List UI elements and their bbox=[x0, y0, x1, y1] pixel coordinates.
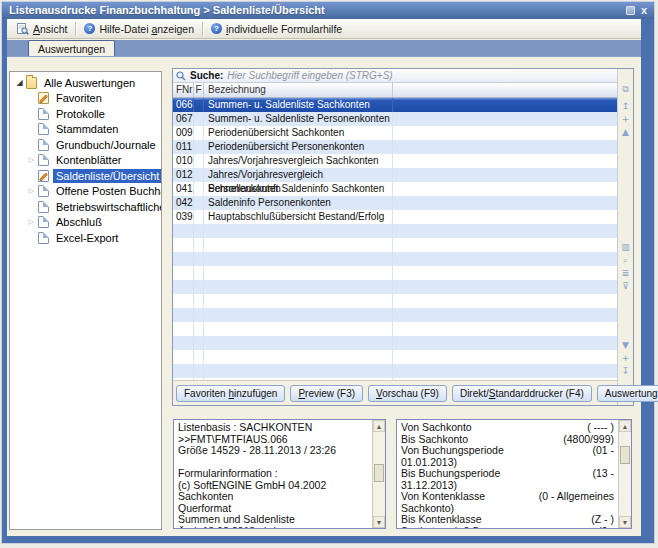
scrollbar-thumb[interactable] bbox=[374, 464, 384, 482]
move-down-icon[interactable]: + bbox=[618, 352, 633, 365]
move-up-icon[interactable]: + bbox=[618, 113, 633, 126]
table-row[interactable]: 011 Periodenübersicht Personenkonten bbox=[173, 140, 619, 154]
tree-item-offene-posten-buchhaltung[interactable]: ▷ Offene Posten Buchhaltung bbox=[10, 184, 161, 200]
table-row-empty[interactable] bbox=[173, 294, 619, 308]
gutter-bottom-group: ▼+↧ bbox=[618, 339, 633, 378]
table-row[interactable]: 010 Jahres/Vorjahresvergleich Sachkonten bbox=[173, 154, 619, 168]
folder-icon bbox=[26, 77, 37, 89]
table-row[interactable]: 041 Schnellauskunft Saldeninfo Sachkonte… bbox=[173, 182, 619, 196]
scroll-top-icon[interactable]: ↥ bbox=[618, 100, 633, 113]
layout-icon[interactable]: ⧉ bbox=[618, 83, 633, 96]
tree-item-kontenbl-tter[interactable]: ▷ Kontenblätter bbox=[10, 153, 161, 169]
table-row[interactable]: 042 Saldeninfo Personenkonten bbox=[173, 196, 619, 210]
filter-icon[interactable]: ⊽ bbox=[618, 280, 633, 293]
list-icon[interactable]: ≣ bbox=[618, 267, 633, 280]
column-header-fnr[interactable]: FNr bbox=[173, 83, 194, 97]
table-row-empty[interactable] bbox=[173, 280, 619, 294]
tree-item-saldenliste-bersicht[interactable]: Saldenliste/Übersicht bbox=[10, 168, 161, 184]
tree-item-stammdaten[interactable]: Stammdaten bbox=[10, 122, 161, 138]
info-scrollbar[interactable]: ▲ ▼ bbox=[372, 420, 385, 528]
tree-item-betriebswirtschaftliche-auswertungen[interactable]: Betriebswirtschaftliche Auswertungen bbox=[10, 199, 161, 215]
add-favorites-button[interactable]: Favoriten hinzufügen bbox=[176, 385, 285, 402]
cell-fnr: 039 bbox=[173, 210, 194, 224]
tree-item-grundbuch-journale[interactable]: Grundbuch/Journale bbox=[10, 137, 161, 153]
table-row-empty[interactable] bbox=[173, 350, 619, 364]
cell-f bbox=[194, 266, 204, 280]
tree-item-favoriten[interactable]: Favoriten bbox=[10, 91, 161, 107]
page-icon bbox=[38, 139, 49, 151]
expander-icon[interactable]: ▷ bbox=[26, 156, 37, 164]
table-row[interactable]: 039 Hauptabschlußübersicht Bestand/Erfol… bbox=[173, 210, 619, 224]
cell-fnr: 010 bbox=[173, 154, 194, 168]
table-row-empty[interactable] bbox=[173, 336, 619, 350]
cell-bezeichnung: Jahres/Vorjahresvergleich Personenkonten bbox=[204, 168, 393, 182]
scroll-up-arrow[interactable]: ▲ bbox=[373, 420, 385, 432]
table-row-empty[interactable] bbox=[173, 238, 619, 252]
cell-f bbox=[194, 154, 204, 168]
column-header-f[interactable]: F bbox=[194, 83, 204, 97]
scroll-down-arrow[interactable]: ▼ bbox=[373, 516, 385, 528]
scroll-down-arrow[interactable]: ▼ bbox=[619, 516, 631, 528]
tree-item-alle-auswertungen[interactable]: ◢ Alle Auswertungen bbox=[10, 75, 161, 91]
cell-fnr: 067 bbox=[173, 112, 194, 126]
scroll-up-arrow[interactable]: ▲ bbox=[619, 420, 631, 432]
cell-fnr bbox=[173, 266, 194, 280]
table-row-empty[interactable] bbox=[173, 322, 619, 336]
expander-icon[interactable]: ▷ bbox=[26, 218, 37, 226]
cell-blank bbox=[393, 126, 619, 140]
tree-item-excel-export[interactable]: Excel-Export bbox=[10, 230, 161, 246]
toolbar-button-individuelle-formularhilfe[interactable]: ? individuelle Formularhilfe bbox=[204, 21, 349, 37]
cell-f bbox=[194, 196, 204, 210]
expander-icon[interactable]: ◢ bbox=[14, 78, 25, 87]
zoom-icon[interactable]: ⌕ bbox=[618, 254, 633, 267]
table-row-empty[interactable] bbox=[173, 364, 619, 378]
cell-bezeichnung: Schnellauskunft Saldeninfo Sachkonten bbox=[204, 182, 393, 196]
table-row[interactable]: 012 Jahres/Vorjahresvergleich Personenko… bbox=[173, 168, 619, 182]
tree-item-abschlu-[interactable]: ▷ Abschluß bbox=[10, 215, 161, 231]
toolbar-button-hilfe-datei-anzeigen[interactable]: ? Hilfe-Datei anzeigen bbox=[77, 21, 201, 37]
cell-blank bbox=[393, 350, 619, 364]
close-icon[interactable]: x bbox=[641, 6, 647, 15]
table-row-empty[interactable] bbox=[173, 252, 619, 266]
line-up-icon[interactable]: ▲ bbox=[618, 126, 633, 139]
params-scrollbar[interactable]: ▲ ▼ bbox=[618, 420, 631, 528]
table-header[interactable]: FNr F Bezeichnung bbox=[173, 83, 619, 98]
tree-item-protokolle[interactable]: Protokolle bbox=[10, 106, 161, 122]
preview-f3-button[interactable]: Preview (F3) bbox=[290, 385, 363, 402]
cell-blank bbox=[393, 98, 619, 112]
tab-auswertungen[interactable]: Auswertungen bbox=[28, 40, 115, 56]
window-titlebar[interactable]: Listenausdrucke Finanzbuchhaltung > Sald… bbox=[2, 2, 654, 19]
table-row[interactable]: 066 Summen- u. Saldenliste Sachkonten bbox=[173, 98, 619, 112]
column-header-blank bbox=[393, 83, 619, 97]
table-row[interactable]: 067 Summen- u. Saldenliste Personenkonte… bbox=[173, 112, 619, 126]
search-bar[interactable]: Suche: Hier Suchbegriff eingeben (STRG+S… bbox=[173, 69, 633, 83]
vorschau-f9-button[interactable]: Vorschau (F9) bbox=[368, 385, 447, 402]
line-down-icon[interactable]: ▼ bbox=[618, 339, 633, 352]
toolbar-button-ansicht[interactable]: Ansicht bbox=[9, 21, 74, 37]
table-row-empty[interactable] bbox=[173, 308, 619, 322]
cell-fnr bbox=[173, 322, 194, 336]
scrollbar-thumb[interactable] bbox=[620, 446, 630, 464]
table-row[interactable]: 009 Periodenübersicht Sachkonten bbox=[173, 126, 619, 140]
cell-blank bbox=[393, 168, 619, 182]
cell-blank bbox=[393, 336, 619, 350]
restore-icon[interactable] bbox=[626, 6, 635, 15]
cell-f bbox=[194, 280, 204, 294]
toolbar-label-ansicht: Ansicht bbox=[33, 23, 67, 35]
cell-blank bbox=[393, 364, 619, 378]
cell-bezeichnung bbox=[204, 294, 393, 308]
scroll-bottom-icon[interactable]: ↧ bbox=[618, 365, 633, 378]
page-icon bbox=[38, 232, 49, 244]
column-header-bezeichnung[interactable]: Bezeichnung bbox=[204, 83, 393, 97]
tab-band: Auswertungen bbox=[7, 40, 641, 57]
table-row-empty[interactable] bbox=[173, 224, 619, 238]
tree-item-label: Abschluß bbox=[53, 215, 105, 229]
print-report-button[interactable]: Auswertung drucken bbox=[597, 385, 658, 402]
search-placeholder: Hier Suchbegriff eingeben (STRG+S) bbox=[227, 70, 392, 81]
direct-standard-printer-f4-button[interactable]: Direkt/Standarddrucker (F4) bbox=[452, 385, 592, 402]
expander-icon[interactable]: ▷ bbox=[26, 187, 37, 195]
page-icon bbox=[38, 123, 49, 135]
reports-tree[interactable]: ◢ Alle Auswertungen Favoriten Protokolle… bbox=[9, 71, 162, 530]
columns-icon[interactable]: ▥ bbox=[618, 241, 633, 254]
table-row-empty[interactable] bbox=[173, 266, 619, 280]
